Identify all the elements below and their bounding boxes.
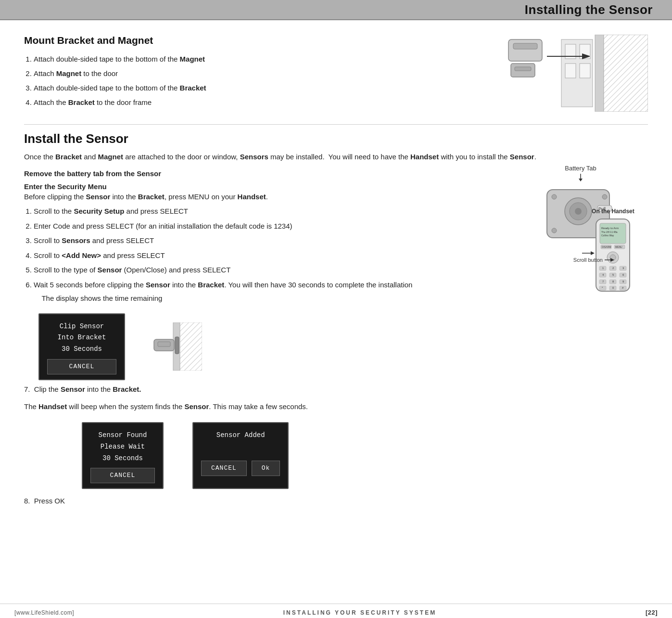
handset-svg: Ready to Arm Thu 2/8 11:48a Collins Way …	[586, 217, 639, 294]
lcd-clip-line3: 30 Seconds	[47, 344, 116, 355]
on-handset-label: On the Handset	[592, 208, 634, 215]
lcd-sensor-added: Sensor Added CANCEL Ok	[192, 422, 289, 489]
svg-rect-69	[158, 342, 170, 347]
svg-rect-65	[178, 322, 202, 371]
mount-title: Mount Bracket and Magnet	[24, 35, 648, 46]
lcd-clip-line1: Clip Sensor	[47, 321, 116, 333]
mount-steps-list: Attach double-sided tape to the bottom o…	[34, 52, 648, 110]
clip-bracket-svg	[139, 322, 202, 371]
lcd-added-cancel[interactable]: CANCEL	[201, 461, 247, 476]
footer-website: [www.LifeShield.com]	[14, 609, 74, 616]
scroll-arrow	[605, 258, 614, 262]
lcd-added-spacer	[201, 441, 280, 453]
scroll-button-label-area: Scroll button	[573, 257, 614, 263]
lcd-added-line1: Sensor Added	[201, 430, 280, 441]
clip-sensor-area: Clip Sensor Into Bracket 30 Seconds CANC…	[38, 313, 648, 380]
svg-text:Collins Way: Collins Way	[601, 234, 614, 237]
step7-text: 7. Clip the Sensor into the Bracket.	[24, 385, 648, 393]
lcd-clip-cancel[interactable]: CANCEL	[47, 359, 116, 374]
sensor-displays-area: Sensor Found Please Wait 30 Seconds CANC…	[82, 422, 648, 489]
svg-marker-63	[610, 258, 614, 262]
svg-marker-14	[579, 179, 583, 181]
handset-illustration-area: On the Handset Ready to Arm Thu 2/8 11:4…	[573, 208, 653, 263]
header-bar: Installing the Sensor	[0, 0, 672, 20]
scroll-button-label: Scroll button	[573, 257, 603, 263]
svg-point-22	[602, 194, 607, 199]
lcd-found-cancel[interactable]: CANCEL	[90, 468, 155, 483]
mount-section: Mount Bracket and Magnet Attach double-s…	[24, 35, 648, 110]
mount-step-3: Attach double-sided tape to the bottom o…	[34, 81, 648, 95]
svg-rect-67	[175, 337, 179, 354]
install-section: Install the Sensor Once the Bracket and …	[24, 131, 648, 505]
footer: [www.LifeShield.com] INSTALLING YOUR SEC…	[0, 604, 672, 618]
svg-text:Thu 2/8 11:48a: Thu 2/8 11:48a	[601, 231, 618, 233]
install-title: Install the Sensor	[24, 131, 648, 146]
lcd-added-ok[interactable]: Ok	[252, 461, 280, 476]
mount-step-1: Attach double-sided tape to the bottom o…	[34, 52, 648, 66]
svg-text:Ready to Arm: Ready to Arm	[601, 227, 619, 230]
footer-page: [22]	[646, 609, 658, 616]
mount-step-2: Attach Magnet to the door	[34, 66, 648, 81]
mount-step-4: Attach the Bracket to the door frame	[34, 95, 648, 110]
battery-tab-label: Battery Tab	[565, 165, 596, 172]
handset-beep-text: The Handset will beep when the system fi…	[24, 401, 648, 412]
install-step-5: Scroll to the type of Sensor (Open/Close…	[34, 263, 648, 277]
svg-text:MENU: MENU	[615, 245, 622, 248]
svg-point-21	[552, 194, 557, 199]
lcd-found-line1: Sensor Found	[90, 430, 155, 441]
lcd-clip-line2: Into Bracket	[47, 332, 116, 344]
mount-steps: Attach double-sided tape to the bottom o…	[24, 52, 648, 110]
footer-center: INSTALLING YOUR SECURITY SYSTEM	[74, 609, 646, 616]
lcd-sensor-found: Sensor Found Please Wait 30 Seconds CANC…	[82, 422, 164, 489]
step8-text: 8. Press OK	[24, 497, 648, 505]
svg-point-23	[552, 228, 557, 233]
install-intro: Once the Bracket and Magnet are attached…	[24, 151, 648, 163]
battery-tab-arrow	[578, 174, 583, 182]
lcd-found-line3: 30 Seconds	[90, 453, 155, 464]
svg-text:DISARM: DISARM	[602, 245, 611, 248]
install-step-6: Wait 5 seconds before clipping the Senso…	[34, 278, 648, 306]
page-title: Installing the Sensor	[525, 2, 653, 17]
lcd-added-buttons: CANCEL Ok	[201, 457, 280, 476]
lcd-clip-sensor: Clip Sensor Into Bracket 30 Seconds CANC…	[38, 313, 125, 380]
lcd-found-line2: Please Wait	[90, 441, 155, 453]
